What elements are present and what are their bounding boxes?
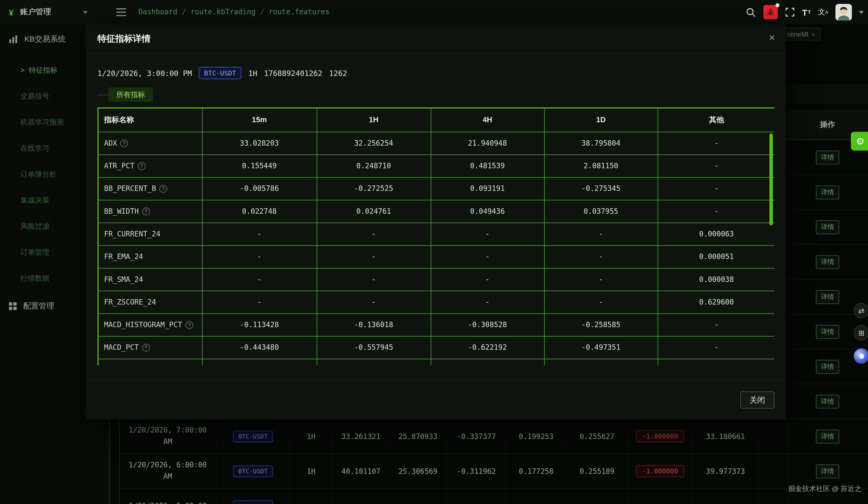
indicator-value-cell: 38.795804 — [544, 132, 658, 154]
chevron-down-icon[interactable] — [83, 11, 87, 14]
tab-all-indicators[interactable]: 所有指标 — [108, 88, 153, 102]
indicator-value-cell — [317, 359, 431, 366]
breadcrumb-item[interactable]: route.features — [269, 8, 330, 16]
scrollbar-thumb[interactable] — [769, 133, 773, 225]
watermark: 掘金技术社区 @ 苏近之 — [788, 484, 861, 494]
bar-count: 1262 — [329, 69, 347, 78]
assistant-icon — [859, 353, 864, 358]
help-icon[interactable]: ? — [142, 207, 150, 215]
indicator-value-cell: - — [544, 245, 658, 268]
indicator-value-cell: 0.155449 — [202, 154, 317, 177]
indicator-table-body: ADX?33.02820332.25625421.94094838.795804… — [98, 132, 774, 366]
indicator-name-cell: ADX? — [98, 132, 202, 154]
interval-label: 1H — [248, 69, 257, 78]
indicator-value-cell: - — [544, 291, 658, 313]
indicator-value-cell: 2.081150 — [544, 154, 658, 177]
notification-dot — [775, 3, 779, 7]
indicator-value-cell: - — [544, 268, 658, 290]
indicator-value-cell: - — [658, 132, 774, 154]
indicator-value-cell: - — [317, 223, 431, 245]
indicator-name-cell: FR_ZSCORE_24 — [98, 291, 202, 313]
close-icon[interactable]: × — [769, 32, 775, 42]
topbar-actions: TT 文A — [746, 0, 864, 24]
help-icon[interactable]: ? — [121, 140, 128, 147]
indicator-value-cell: 0.000051 — [658, 245, 774, 268]
indicator-value-cell: - — [431, 245, 544, 268]
indicator-name-cell — [98, 359, 202, 366]
indicator-value-cell: -0.497351 — [544, 336, 658, 359]
indicator-name-cell: BB_WIDTH? — [98, 200, 202, 223]
indicator-table-wrap: 指标名称15m1H4H1D其他 ADX?33.02820332.25625421… — [97, 107, 775, 366]
translate-icon[interactable]: 文A — [818, 7, 828, 17]
indicator-value-cell: - — [202, 291, 317, 313]
breadcrumb-separator: / — [182, 8, 186, 16]
help-icon[interactable]: ? — [185, 321, 193, 329]
timestamp: 1/20/2026, 3:00:00 PM — [97, 69, 192, 78]
indicator-value-cell: - — [202, 223, 317, 245]
table-row: BB_WIDTH?0.0227480.0247610.0494360.03795… — [98, 200, 774, 223]
indicator-value-cell: - — [431, 223, 544, 245]
indicator-name-cell: FR_SMA_24 — [98, 268, 202, 290]
table-row: ADX?33.02820332.25625421.94094838.795804… — [98, 132, 774, 154]
epoch-value: 1768892401262 — [264, 69, 322, 78]
modal-info-line: 1/20/2026, 3:00:00 PM BTC-USDT 1H 176889… — [97, 67, 775, 79]
indicator-value-cell: - — [431, 268, 544, 290]
indicator-value-cell: -0.557945 — [317, 336, 431, 359]
indicator-value-cell: -0.258585 — [544, 313, 658, 336]
menu-toggle-icon[interactable] — [116, 8, 126, 16]
indicator-value-cell: - — [658, 154, 774, 177]
close-button[interactable]: 关闭 — [740, 391, 774, 409]
modal-footer: 关闭 — [86, 380, 786, 420]
theme-settings-button[interactable]: ⚙ — [851, 132, 868, 151]
indicator-value-cell: 32.256254 — [317, 132, 431, 154]
indicator-value-cell: 0.037955 — [544, 200, 658, 223]
indicator-value-cell: - — [544, 223, 658, 245]
search-icon[interactable] — [746, 7, 756, 18]
swap-float-button[interactable]: ⇄ — [854, 303, 868, 318]
column-header: 1D — [544, 108, 658, 132]
indicator-value-cell: 0.248710 — [317, 154, 431, 177]
breadcrumb-item[interactable]: route.kbTrading — [190, 8, 256, 16]
assistant-float-button[interactable] — [854, 348, 868, 364]
bug-report-button[interactable] — [764, 5, 778, 19]
table-row: FR_EMA_24----0.000051 — [98, 245, 774, 268]
font-size-icon[interactable]: TT — [802, 8, 811, 17]
table-row: MACD_HISTOGRAM_PCT?-0.113428-0.136018-0.… — [98, 313, 774, 336]
indicator-value-cell: -0.308528 — [431, 313, 544, 336]
column-header: 1H — [317, 108, 431, 132]
modal-title: 特征指标详情 — [97, 33, 151, 45]
help-icon[interactable]: ? — [138, 162, 146, 170]
indicator-name-cell: MACD_HISTOGRAM_PCT? — [98, 313, 202, 336]
help-icon[interactable]: ? — [142, 344, 150, 352]
indicator-value-cell: - — [658, 200, 774, 223]
fullscreen-icon[interactable] — [785, 7, 795, 17]
indicator-value-cell: 0.093191 — [431, 177, 544, 200]
chevron-down-icon[interactable] — [859, 11, 864, 14]
help-icon[interactable]: ? — [159, 185, 167, 193]
table-row: BB_PERCENT_B?-0.005786-0.2725250.093191-… — [98, 177, 774, 200]
apps-float-button[interactable]: ⊞ — [854, 325, 868, 341]
indicator-value-cell: - — [317, 291, 431, 313]
indicator-value-cell — [544, 359, 658, 366]
indicator-value-cell — [202, 359, 317, 366]
avatar[interactable] — [835, 4, 852, 21]
modal-tabs: 所有指标 — [97, 88, 775, 102]
swap-icon: ⇄ — [858, 306, 864, 315]
topbar: ¥ 账户管理 Dashboard/route.kbTrading/route.f… — [0, 0, 868, 24]
table-row: ATR_PCT?0.1554490.2487100.4815392.081150… — [98, 154, 774, 177]
column-header: 15m — [202, 108, 317, 132]
feature-detail-modal: 特征指标详情 × 1/20/2026, 3:00:00 PM BTC-USDT … — [86, 24, 786, 420]
indicator-name-cell: BB_PERCENT_B? — [98, 177, 202, 200]
indicator-value-cell: - — [658, 177, 774, 200]
indicator-value-cell: - — [202, 268, 317, 290]
indicator-name-cell: ATR_PCT? — [98, 154, 202, 177]
tab-bar-line — [97, 94, 109, 95]
indicator-value-cell: 0.000038 — [658, 268, 774, 290]
indicator-table-head-row: 指标名称15m1H4H1D其他 — [98, 108, 774, 132]
indicator-value-cell: -0.005786 — [202, 177, 317, 200]
indicator-value-cell: - — [202, 245, 317, 268]
breadcrumb-item[interactable]: Dashboard — [138, 8, 177, 16]
account-switcher[interactable]: ¥ 账户管理 — [0, 0, 111, 24]
indicator-value-cell: - — [658, 336, 774, 359]
breadcrumb: Dashboard/route.kbTrading/route.features — [138, 0, 330, 24]
